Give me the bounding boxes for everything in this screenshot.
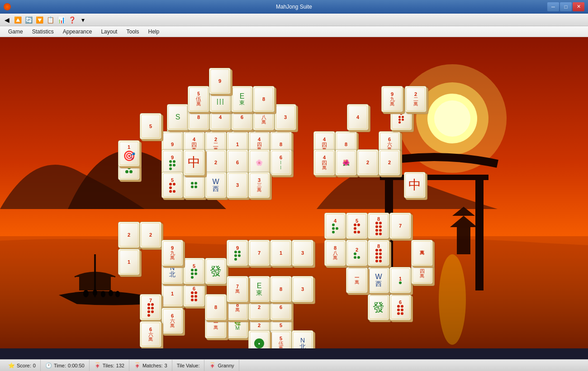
toolbar-refresh-btn[interactable]: 🔄 [24, 15, 33, 25]
toolbar-back-btn[interactable]: ◀ [2, 15, 12, 25]
tile[interactable]: 中 [183, 149, 205, 176]
tile[interactable]: 7 [140, 294, 161, 320]
menu-appearance[interactable]: Appearance [58, 28, 97, 36]
tile[interactable]: 9 九 萬 [381, 86, 403, 112]
status-score: ⭐ Score: 0 [4, 360, 41, 371]
tile[interactable]: 5 [161, 172, 183, 198]
tile[interactable]: 6 [183, 281, 205, 307]
tile[interactable]: 2 [140, 222, 161, 248]
status-tiles: 🀄 Tiles: 132 [90, 360, 129, 371]
tile[interactable]: 一 萬 [346, 267, 368, 293]
matches-icon: 🀄 [134, 362, 141, 369]
menu-game[interactable]: Game [4, 28, 28, 36]
tile[interactable]: S [167, 104, 189, 130]
tile[interactable]: 8 [205, 294, 227, 320]
tile[interactable]: 2 [118, 222, 140, 248]
tile[interactable]: 發 [205, 258, 227, 284]
game-area: 9 5 伍 萬 9 ⁞⁞⁞ E 東 [0, 37, 588, 348]
tile[interactable]: 4 四 萬 [313, 149, 335, 176]
tile[interactable]: ● [248, 330, 270, 348]
toolbar-more-btn[interactable]: ▾ [78, 15, 88, 25]
menu-bar: Game Statistics Appearance Layout Tools … [0, 26, 588, 37]
score-label: Score: [17, 363, 31, 368]
tile[interactable]: 8 [253, 86, 275, 112]
tile[interactable]: 中 [404, 172, 426, 198]
tile[interactable]: 🌺 [335, 149, 357, 176]
tile[interactable]: 5 [346, 213, 368, 239]
menu-help[interactable]: Help [143, 28, 164, 36]
title-bar-title: MahJong Suite [276, 4, 312, 10]
tile[interactable]: E 東 [248, 276, 270, 302]
toolbar-new-btn[interactable]: 📋 [45, 15, 55, 25]
tile[interactable]: 1 [389, 267, 411, 293]
tile[interactable]: 8 [368, 240, 389, 266]
tile[interactable]: W 西 [205, 172, 227, 198]
layout-icon: 🀄 [209, 362, 216, 369]
time-label: Time: [54, 363, 66, 368]
close-button[interactable]: ✕ [573, 2, 584, 11]
title-bar: MahJong Suite ─ □ ✕ [0, 0, 588, 14]
tile[interactable]: 4 [347, 104, 369, 130]
tile[interactable]: N 北 [292, 330, 313, 348]
tiles-label: Tiles: [103, 363, 114, 368]
tile[interactable]: 1 [161, 281, 183, 307]
tile[interactable]: 5 [140, 113, 161, 139]
tile[interactable]: 7 [389, 213, 411, 239]
tile[interactable]: 1 [270, 240, 292, 266]
menu-statistics[interactable]: Statistics [28, 28, 58, 36]
tile[interactable]: E 東 [231, 86, 253, 112]
tile[interactable]: 發 [368, 294, 389, 320]
tile[interactable]: 8 [270, 276, 292, 302]
time-value: 0:00:50 [68, 363, 85, 368]
time-icon: 🕐 [45, 362, 52, 369]
tile-value-label: Tile Value: [177, 363, 200, 368]
tile[interactable]: 6 ⁞ ⁞ [270, 149, 292, 176]
menu-layout[interactable]: Layout [96, 28, 122, 36]
tile[interactable]: 4 [324, 213, 346, 239]
tile[interactable]: 7 萬 [227, 276, 248, 302]
tile[interactable]: 3 三 萬 [248, 172, 270, 198]
tile[interactable]: 5 伍 萬 [270, 330, 292, 348]
tile[interactable]: 7 [248, 240, 270, 266]
title-bar-controls: ─ □ ✕ [547, 2, 584, 11]
tile[interactable] [183, 172, 205, 198]
tile[interactable]: 6 六 萬 [161, 308, 183, 334]
tiles-value: 132 [116, 363, 124, 368]
tile[interactable]: 9 九 萬 [161, 240, 183, 266]
tiles-icon: 🀄 [94, 362, 101, 369]
score-value: 0 [33, 363, 36, 368]
layout-name: Granny [218, 363, 234, 368]
tile[interactable]: 2 二 萬 [405, 86, 427, 112]
status-matches: 🀄 Matches: 3 [129, 360, 172, 371]
tile[interactable]: 5 [183, 258, 205, 284]
tile[interactable]: 2 [357, 149, 379, 176]
status-bar: ⭐ Score: 0 🕐 Time: 0:00:50 🀄 Tiles: 132 … [0, 359, 588, 371]
toolbar-help-btn[interactable]: ❓ [67, 15, 77, 25]
tile[interactable]: 1 [118, 249, 140, 275]
tile[interactable]: 3 [292, 276, 313, 302]
tile[interactable]: 9 [209, 68, 231, 94]
minimize-button[interactable]: ─ [547, 2, 559, 11]
tile[interactable]: 1 🎯 [118, 140, 140, 166]
tile[interactable]: 3 [227, 172, 248, 198]
tile[interactable]: 5 伍 萬 [188, 86, 209, 112]
tile[interactable]: 9 [227, 240, 248, 266]
menu-tools[interactable]: Tools [122, 28, 143, 36]
score-icon: ⭐ [8, 362, 15, 369]
tile[interactable]: 3 [275, 104, 296, 130]
tile[interactable]: W 西 [368, 267, 389, 293]
toolbar-up-btn[interactable]: 🔼 [13, 15, 23, 25]
tile[interactable]: 2 [379, 149, 400, 176]
title-bar-left [4, 3, 11, 10]
tile[interactable]: 8 八 萬 [324, 240, 346, 266]
toolbar-down-btn[interactable]: 🔽 [34, 15, 44, 25]
tile[interactable]: 6 [389, 294, 411, 320]
tile[interactable]: 萬 [411, 240, 433, 266]
maximize-button[interactable]: □ [560, 2, 572, 11]
tile[interactable]: 2 [346, 240, 368, 266]
toolbar-stats-btn[interactable]: 📊 [56, 15, 66, 25]
tile[interactable]: 3 [292, 240, 313, 266]
tile[interactable]: 6 六 萬 [140, 321, 161, 347]
tile[interactable]: 8 [368, 213, 389, 239]
tiles-container: 9 5 伍 萬 9 ⁞⁞⁞ E 東 [0, 37, 588, 348]
